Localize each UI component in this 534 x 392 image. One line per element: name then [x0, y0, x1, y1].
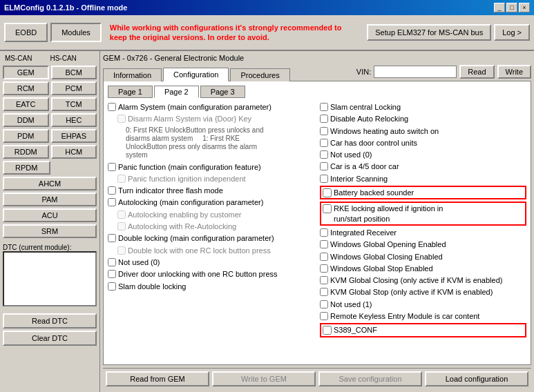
- module-row-acu: ACU: [3, 208, 97, 222]
- srm-button[interactable]: SRM: [3, 224, 97, 238]
- alarm-note: 0: First RKE UnlockButton press unlocks …: [126, 126, 314, 159]
- load-config-button[interactable]: Load configuration: [425, 371, 528, 386]
- kvm-global-closing-checkbox[interactable]: [320, 276, 328, 284]
- hcm-button[interactable]: HCM: [51, 145, 97, 159]
- module-row-ahcm: AHCM: [3, 177, 97, 190]
- minimize-button[interactable]: _: [494, 3, 505, 12]
- autolocking-re-checkbox[interactable]: [117, 222, 126, 231]
- rpdm-button[interactable]: RPDM: [3, 161, 50, 175]
- windows-global-opening-checkbox[interactable]: [320, 240, 328, 248]
- app-title: ELMConfig 0.1.2.1b - Offline mode: [4, 3, 127, 12]
- information-tab[interactable]: Information: [103, 68, 162, 81]
- battery-backed-item: Battery backed sounder: [320, 186, 526, 199]
- hec-button[interactable]: HEC: [51, 113, 97, 127]
- module-row-rddm: RDDM HCM: [3, 145, 97, 159]
- integrated-receiver-checkbox[interactable]: [320, 228, 328, 237]
- pcm-button[interactable]: PCM: [51, 81, 97, 95]
- car-door-control-item: Car has door control units: [320, 138, 526, 148]
- disarm-alarm-item: Disarm Alarm System via {Door} Key: [117, 114, 314, 124]
- panic-independent-checkbox[interactable]: [117, 175, 126, 183]
- pam-button[interactable]: PAM: [3, 193, 97, 206]
- slam-central-item: Slam central Locking: [320, 102, 526, 112]
- remote-keyless-checkbox[interactable]: [320, 312, 328, 320]
- module-row-srm: SRM: [3, 224, 97, 238]
- slam-central-checkbox[interactable]: [320, 103, 328, 111]
- write-button[interactable]: Write: [497, 65, 531, 79]
- rcm-button[interactable]: RCM: [3, 81, 49, 95]
- procedures-tab[interactable]: Procedures: [230, 68, 289, 81]
- read-button[interactable]: Read: [459, 65, 494, 79]
- kvm-global-stop-checkbox[interactable]: [320, 288, 328, 296]
- warning-text: While working with configurations it's s…: [110, 23, 359, 43]
- not-used-r-checkbox[interactable]: [320, 150, 328, 159]
- not-used-1-checkbox[interactable]: [320, 300, 328, 308]
- tab-row: Information Configuration Procedures: [103, 67, 292, 81]
- car-door-control-checkbox[interactable]: [320, 139, 328, 147]
- panic-function-item: Panic function (main configuration featu…: [108, 162, 314, 172]
- windows-global-stop-checkbox[interactable]: [320, 264, 328, 273]
- eobd-tab[interactable]: EOBD: [4, 23, 48, 42]
- read-from-gem-button[interactable]: Read from GEM: [106, 371, 209, 386]
- disarm-alarm-checkbox[interactable]: [117, 115, 126, 123]
- close-button[interactable]: ×: [519, 3, 530, 12]
- main-toolbar: EOBD Modules While working with configur…: [0, 15, 534, 51]
- s389-conf-checkbox[interactable]: [323, 326, 332, 335]
- vin-input[interactable]: [374, 66, 457, 78]
- clear-dtc-button[interactable]: Clear DTC: [3, 331, 97, 346]
- maximize-button[interactable]: □: [506, 3, 517, 12]
- panic-function-checkbox[interactable]: [108, 163, 116, 171]
- write-to-gem-button[interactable]: Write to GEM: [212, 371, 316, 386]
- car-4-5-door-checkbox[interactable]: [320, 162, 328, 170]
- ehpas-button[interactable]: EHPAS: [51, 129, 97, 143]
- page-tabs: Page 1 Page 2 Page 3: [108, 86, 526, 98]
- bottom-action-row: Read from GEM Write to GEM Save configur…: [103, 368, 531, 389]
- module-row-pdm: PDM EHPAS: [3, 129, 97, 143]
- page2-tab[interactable]: Page 2: [154, 86, 199, 98]
- dtc-section: DTC (current module):: [3, 243, 97, 309]
- tcm-button[interactable]: TCM: [51, 97, 97, 111]
- pdm-button[interactable]: PDM: [3, 129, 49, 143]
- autolocking-re-item: Autolocking with Re-Autolocking: [117, 222, 314, 231]
- config-content: Page 1 Page 2 Page 3 Alarm System (main …: [103, 81, 531, 365]
- ddm-button[interactable]: DDM: [3, 113, 49, 127]
- dtc-display: [3, 251, 97, 306]
- bcm-button[interactable]: BCM: [51, 66, 97, 79]
- module-row-rcm: RCM PCM: [3, 81, 97, 95]
- title-bar: ELMConfig 0.1.2.1b - Offline mode _ □ ×: [0, 0, 534, 15]
- disable-auto-item: Disable Auto Relocking: [320, 114, 526, 124]
- rke-locking-item: RKE locking allowed if ignition inrun/st…: [320, 202, 526, 226]
- vin-label: VIN:: [356, 68, 371, 76]
- windows-global-closing-checkbox[interactable]: [320, 253, 328, 261]
- sidebar: MS-CAN HS-CAN GEM BCM RCM PCM EATC TCM D…: [0, 51, 100, 392]
- double-lock-rc-checkbox[interactable]: [117, 246, 126, 255]
- driver-door-checkbox[interactable]: [108, 270, 116, 278]
- ms-can-label: MS-CAN: [3, 54, 34, 63]
- windows-heating-checkbox[interactable]: [320, 127, 328, 135]
- save-config-button[interactable]: Save configuration: [318, 371, 422, 386]
- double-locking-checkbox[interactable]: [108, 234, 116, 242]
- slam-double-checkbox[interactable]: [108, 282, 116, 291]
- autolocking-checkbox[interactable]: [108, 198, 116, 206]
- disable-auto-checkbox[interactable]: [320, 115, 328, 123]
- ahcm-button[interactable]: AHCM: [3, 177, 97, 190]
- rddm-button[interactable]: RDDM: [3, 145, 49, 159]
- page3-tab[interactable]: Page 3: [200, 86, 245, 98]
- gem-button[interactable]: GEM: [3, 66, 49, 79]
- modules-tab[interactable]: Modules: [50, 23, 102, 42]
- setup-elm-button[interactable]: Setup ELM327 for MS-CAN bus: [367, 24, 491, 41]
- read-dtc-button[interactable]: Read DTC: [3, 313, 97, 329]
- acu-button[interactable]: ACU: [3, 208, 97, 222]
- autolocking-customer-checkbox[interactable]: [117, 210, 126, 219]
- turn-indicator-checkbox[interactable]: [108, 186, 116, 195]
- page1-tab[interactable]: Page 1: [108, 86, 153, 98]
- battery-backed-checkbox[interactable]: [323, 188, 332, 197]
- module-row-gem: GEM BCM: [3, 66, 97, 79]
- log-button[interactable]: Log >: [494, 24, 530, 41]
- not-used-0-checkbox[interactable]: [108, 258, 116, 266]
- interior-scanning-checkbox[interactable]: [320, 175, 328, 183]
- configuration-tab[interactable]: Configuration: [163, 68, 229, 81]
- rke-locking-checkbox[interactable]: [323, 204, 332, 213]
- alarm-system-checkbox[interactable]: [108, 103, 116, 111]
- windows-global-closing-item: Windows Global Closing Enabled: [320, 252, 526, 262]
- eatc-button[interactable]: EATC: [3, 97, 49, 111]
